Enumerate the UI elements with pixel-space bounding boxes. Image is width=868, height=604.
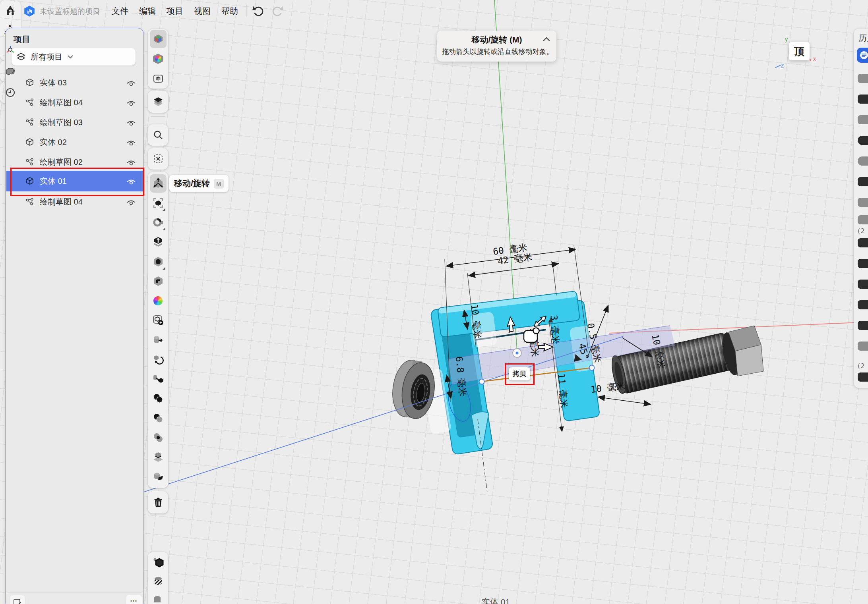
tool-sweep[interactable]	[150, 350, 167, 369]
sketch-icon	[25, 197, 34, 206]
history-step-icon[interactable]	[858, 95, 868, 104]
tool-intersect[interactable]	[150, 428, 167, 447]
shaded-view-toggle[interactable]	[2, 62, 19, 80]
list-item-body-02[interactable]: 实体 02	[10, 133, 141, 151]
history-step-icon[interactable]	[858, 321, 868, 330]
redo-icon[interactable]	[272, 5, 284, 17]
tool-shell[interactable]	[150, 272, 167, 290]
list-item-label: 实体 03	[40, 77, 67, 88]
move-pivot-handle[interactable]	[513, 349, 521, 357]
history-step-icon[interactable]	[858, 372, 868, 382]
rail-divider	[151, 116, 165, 117]
history-step-icon[interactable]	[858, 136, 868, 145]
document-title[interactable]: 未设置标题的项目	[40, 6, 100, 17]
tool-color[interactable]	[150, 291, 167, 310]
history-panel-title: 历史	[858, 33, 868, 44]
tool-orientation-cube[interactable]	[150, 30, 167, 48]
visibility-eye-icon[interactable]	[126, 139, 136, 146]
history-step-icon[interactable]	[858, 198, 868, 207]
history-step-icon[interactable]	[858, 74, 868, 83]
history-count-badge: (2	[857, 227, 864, 235]
history-step-icon[interactable]	[858, 215, 868, 224]
tool-layers[interactable]	[150, 93, 167, 111]
dim-3mm[interactable]: 3 毫米	[548, 315, 561, 344]
tool-split-body[interactable]	[150, 467, 167, 486]
tool-chamfer[interactable]	[150, 253, 167, 271]
visibility-eye-icon[interactable]	[126, 159, 136, 166]
revolve-icon	[153, 217, 164, 228]
tool-project[interactable]	[150, 448, 167, 466]
list-item-label: 实体 02	[40, 137, 67, 148]
export-body-icon	[153, 334, 164, 345]
axis-triad-icon	[5, 44, 15, 55]
visibility-eye-icon[interactable]	[126, 100, 136, 106]
history-step-icon[interactable]	[858, 259, 868, 268]
tool-visual-style[interactable]	[150, 69, 167, 88]
sketch-plane-icon	[13, 598, 22, 604]
snap-toggle[interactable]	[2, 2, 19, 20]
blue-axis-line	[108, 336, 623, 504]
tool-subtract[interactable]	[150, 409, 167, 427]
tool-add-body[interactable]	[150, 311, 167, 329]
add-body-icon	[153, 315, 164, 326]
history-step-icon[interactable]	[858, 280, 868, 289]
deselect-button[interactable]	[150, 150, 167, 168]
project-icon	[153, 452, 164, 463]
list-item-sketch-04[interactable]: 绘制草图 04	[10, 94, 141, 111]
intersect-icon	[153, 432, 164, 443]
section-hatch-icon	[153, 575, 164, 587]
view-cube-top[interactable]: 顶	[789, 42, 810, 60]
list-item-sketch-03[interactable]: 绘制草图 03	[10, 114, 141, 131]
tool-partial-bottom[interactable]	[150, 590, 167, 604]
delete-button[interactable]	[150, 493, 167, 511]
menu-help[interactable]: 帮助	[221, 6, 238, 17]
tool-materials[interactable]	[150, 50, 167, 68]
isolate-card	[148, 91, 168, 113]
visibility-eye-icon[interactable]	[126, 120, 136, 126]
tool-pattern[interactable]	[150, 554, 167, 572]
tool-scale[interactable]	[150, 194, 167, 212]
menu-edit[interactable]: 编辑	[139, 6, 156, 17]
top-bar: ← 未设置标题的项目 文件 编辑 项目 视图 帮助	[0, 0, 868, 22]
tool-export-body[interactable]	[150, 331, 167, 349]
menu-file[interactable]: 文件	[112, 6, 128, 17]
tool-revolve[interactable]	[150, 213, 167, 232]
history-step-icon[interactable]	[858, 342, 868, 351]
menu-view[interactable]: 视图	[194, 6, 211, 17]
title-chevron-down-icon[interactable]	[94, 10, 100, 14]
shell-icon	[153, 276, 164, 287]
orientation-toggle[interactable]	[2, 41, 19, 59]
search-button[interactable]	[150, 126, 167, 144]
history-item-origin-selected[interactable]	[857, 48, 868, 63]
axis-label-z: z	[781, 62, 784, 69]
undo-icon[interactable]	[252, 5, 264, 17]
history-clock-button[interactable]	[2, 83, 19, 102]
history-step-icon[interactable]	[858, 238, 868, 247]
active-tool-label: 移动/旋转 M	[169, 175, 229, 192]
history-step-icon[interactable]	[858, 300, 868, 309]
panel-more-button[interactable]: ⋯	[126, 595, 142, 604]
visual-style-icon	[153, 73, 163, 84]
list-item-body-03[interactable]: 实体 03	[10, 74, 141, 91]
new-sketch-button[interactable]	[10, 595, 25, 604]
copy-button[interactable]: 拷贝	[509, 367, 530, 380]
tool-move-rotate[interactable]	[150, 174, 167, 193]
tool-extrude[interactable]	[150, 233, 167, 251]
project-filter-dropdown[interactable]: 所有项目	[12, 48, 136, 66]
visibility-eye-icon[interactable]	[126, 199, 136, 205]
tool-union[interactable]	[150, 389, 167, 407]
tool-section[interactable]	[150, 572, 167, 590]
history-step-icon[interactable]	[858, 156, 868, 166]
chamfer-icon	[153, 256, 164, 267]
pattern-hexagon-icon	[153, 557, 164, 568]
menu-project[interactable]: 项目	[167, 6, 183, 17]
clock-icon	[5, 87, 15, 98]
history-step-icon[interactable]	[858, 115, 868, 124]
view-options-card	[148, 29, 168, 89]
visibility-eye-icon[interactable]	[126, 80, 136, 86]
history-step-icon[interactable]	[858, 177, 868, 186]
split-body-icon	[153, 471, 164, 482]
tool-loft[interactable]	[150, 370, 167, 388]
collapse-chevron-up-icon[interactable]	[542, 36, 551, 42]
history-card	[0, 82, 21, 103]
